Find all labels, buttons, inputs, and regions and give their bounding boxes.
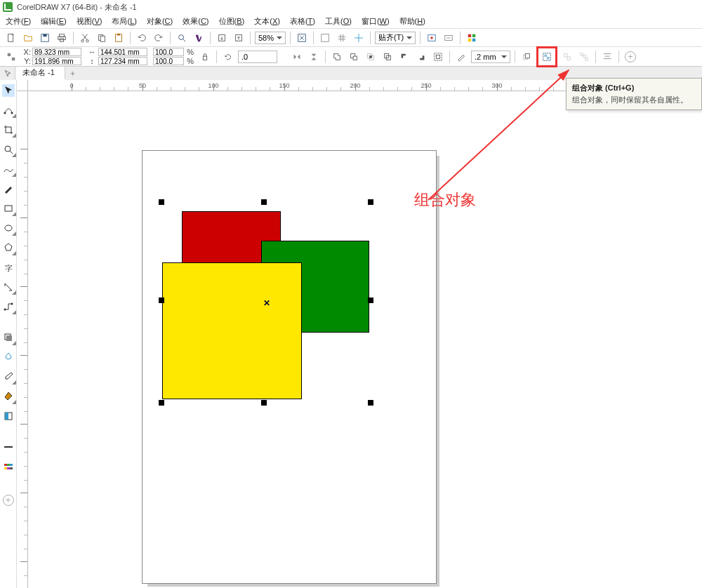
vertical-ruler[interactable] [17, 91, 28, 588]
polygon-tool[interactable] [2, 241, 15, 254]
show-rulers-button[interactable] [318, 31, 332, 45]
selection-handle[interactable] [368, 400, 373, 406]
svg-rect-23 [472, 38, 475, 41]
outline-width-dropdown[interactable]: .2 mm [471, 51, 510, 63]
menu-text[interactable]: 文本(X) [250, 15, 284, 28]
svg-rect-59 [4, 464, 7, 466]
intersect-button[interactable] [364, 50, 378, 64]
pick-tab-tool-icon[interactable] [0, 67, 15, 80]
publish-button[interactable] [232, 31, 246, 45]
menu-bitmap[interactable]: 位图(B) [215, 15, 249, 28]
svg-rect-55 [6, 335, 12, 341]
to-front-button[interactable] [519, 50, 534, 64]
ungroup-all-button[interactable] [577, 50, 591, 64]
menu-view[interactable]: 视图(V) [72, 15, 107, 28]
y-input[interactable] [32, 57, 81, 65]
show-grid-button[interactable] [335, 31, 349, 45]
paste-button[interactable] [112, 31, 126, 45]
fullscreen-button[interactable] [295, 31, 309, 45]
ruler-origin[interactable] [17, 80, 28, 91]
selection-handle[interactable] [368, 199, 373, 205]
crop-tool[interactable] [2, 123, 15, 136]
document-tab[interactable]: 未命名 -1 [15, 67, 65, 80]
ungroup-button[interactable] [560, 50, 574, 64]
boundary-button[interactable] [431, 50, 445, 64]
transparency-tool[interactable] [2, 351, 15, 363]
yellow-rectangle[interactable] [162, 262, 302, 399]
menu-help[interactable]: 帮助(H) [395, 15, 430, 28]
zoom-dropdown[interactable]: 58% [255, 32, 286, 44]
smart-fill-tool[interactable] [2, 410, 15, 422]
menu-file[interactable]: 文件(F) [1, 15, 35, 28]
scale-y-input[interactable] [153, 57, 184, 65]
back-minus-front-button[interactable] [414, 50, 428, 64]
zoom-tool[interactable] [2, 143, 15, 156]
export-button[interactable] [215, 31, 229, 45]
mirror-v-button[interactable] [307, 50, 321, 64]
redo-button[interactable] [152, 31, 166, 45]
app-launcher-button[interactable] [465, 31, 479, 45]
save-button[interactable] [38, 31, 52, 45]
mirror-h-button[interactable] [290, 50, 304, 64]
outline-flyout[interactable] [2, 441, 15, 453]
rectangle-tool[interactable] [2, 202, 15, 215]
add-tool-button[interactable]: + [623, 50, 637, 64]
svg-rect-26 [203, 56, 206, 60]
cut-button[interactable] [78, 31, 92, 45]
selection-handle[interactable] [159, 400, 164, 406]
launch-button[interactable] [442, 31, 456, 45]
svg-point-52 [4, 309, 6, 311]
canvas[interactable]: ✕ [28, 91, 702, 588]
align-button[interactable] [600, 50, 614, 64]
print-button[interactable] [55, 31, 69, 45]
freehand-tool[interactable] [2, 163, 15, 175]
menu-window[interactable]: 窗口(W) [357, 15, 394, 28]
menu-effects[interactable]: 效果(C) [178, 15, 213, 28]
selection-handle[interactable] [159, 298, 164, 303]
lock-ratio-button[interactable] [198, 50, 212, 64]
undo-button[interactable] [135, 31, 149, 45]
drop-shadow-tool[interactable] [2, 331, 15, 344]
svg-rect-34 [435, 53, 442, 60]
eyedropper-tool[interactable] [2, 370, 15, 383]
height-input[interactable] [98, 57, 147, 65]
shape-tool[interactable] [2, 104, 15, 116]
add-tool[interactable]: + [2, 494, 15, 507]
ellipse-tool[interactable] [2, 222, 15, 234]
new-document-tab[interactable]: ＋ [65, 67, 81, 80]
menu-table[interactable]: 表格(T) [286, 15, 319, 28]
snap-dropdown[interactable]: 贴齐(T) [375, 32, 416, 44]
menu-layout[interactable]: 布局(L) [107, 15, 140, 28]
import-button[interactable] [192, 31, 206, 45]
weld-button[interactable] [330, 50, 344, 64]
selection-handle[interactable] [261, 400, 267, 406]
scale-x-input[interactable] [153, 48, 184, 56]
new-button[interactable] [4, 31, 18, 45]
selection-handle[interactable] [368, 298, 373, 303]
artistic-media-tool[interactable] [2, 182, 15, 195]
trim-button[interactable] [347, 50, 361, 64]
front-minus-back-button[interactable] [397, 50, 411, 64]
show-guides-button[interactable] [352, 31, 366, 45]
selection-handle[interactable] [261, 199, 267, 205]
options-button[interactable] [425, 31, 439, 45]
parallel-dimension-tool[interactable] [2, 281, 15, 293]
menu-object[interactable]: 对象(C) [143, 15, 177, 28]
x-input[interactable] [32, 48, 81, 56]
interactive-fill-tool[interactable] [2, 390, 15, 403]
text-tool[interactable]: 字 [2, 261, 15, 274]
connector-tool[interactable] [2, 300, 15, 313]
width-input[interactable] [98, 48, 147, 56]
pick-tool[interactable] [2, 84, 15, 97]
search-button[interactable] [175, 31, 189, 45]
svg-rect-31 [369, 55, 372, 58]
copy-button[interactable] [95, 31, 109, 45]
menu-edit[interactable]: 编辑(E) [37, 15, 71, 28]
menu-tools[interactable]: 工具(O) [321, 15, 356, 28]
selection-handle[interactable] [159, 199, 164, 205]
group-button[interactable] [540, 50, 554, 64]
rotate-input[interactable] [238, 51, 277, 63]
fill-flyout[interactable] [2, 460, 15, 473]
open-button[interactable] [21, 31, 35, 45]
simplify-button[interactable] [380, 50, 395, 64]
